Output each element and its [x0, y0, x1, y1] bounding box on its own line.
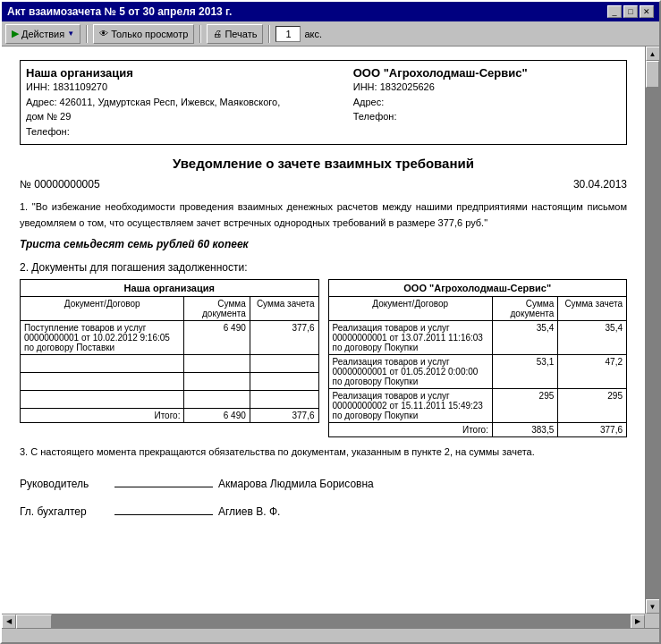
clause1: 1. "Во избежание необходимости проведени…	[20, 199, 627, 231]
their-phone-label: Телефон:	[353, 111, 397, 122]
scroll-left-button[interactable]: ◀	[2, 614, 16, 629]
their-row-sum-z: 47,2	[558, 355, 627, 389]
their-row-sum-z: 295	[558, 389, 627, 423]
their-total-row: Итого: 383,5 377,6	[328, 423, 627, 437]
our-org-table-section: Наша организация Документ/Договор Сумма …	[20, 279, 319, 437]
scroll-up-button[interactable]: ▲	[646, 47, 660, 61]
doc-number: № 00000000005	[20, 178, 100, 191]
sig2-name: Аглиев В. Ф.	[218, 505, 280, 518]
their-org-phone: Телефон:	[353, 109, 621, 124]
their-table-title: ООО "Агрохолодмаш-Сервис"	[328, 279, 628, 296]
table-row-empty	[21, 355, 319, 373]
scroll-thumb-h[interactable]	[16, 614, 52, 629]
their-row-doc: Реализация товаров и услуг 00000000001 о…	[328, 321, 492, 355]
doc-title: Уведомление о зачете взаимных требований	[20, 156, 627, 171]
tables-row: Наша организация Документ/Договор Сумма …	[20, 279, 627, 437]
scroll-right-button[interactable]: ▶	[631, 614, 645, 629]
their-org-table: Документ/Договор Сумма документа Сумма з…	[328, 296, 628, 437]
our-org-phone: Телефон:	[26, 124, 293, 140]
their-col-doc-header: Документ/Договор	[328, 297, 492, 321]
scroll-thumb-v[interactable]	[646, 61, 659, 88]
their-table-header: Документ/Договор Сумма документа Сумма з…	[328, 297, 627, 321]
hscroll-row: ◀ ▶	[2, 614, 659, 628]
our-row-sum-z: 377,6	[250, 321, 318, 355]
clause1-number: 1.	[20, 201, 32, 212]
doc-header: Наша организация ИНН: 1831109270 Адрес: …	[20, 60, 627, 145]
their-org-name: ООО "Агрохолодмаш-Сервис"	[353, 66, 621, 80]
their-row-doc: Реализация товаров и услуг 00000000001 о…	[328, 355, 492, 389]
separator2	[199, 25, 201, 43]
scroll-corner	[645, 614, 659, 628]
our-org-name: Наша организация	[26, 66, 293, 80]
dropdown-arrow-icon: ▼	[67, 30, 74, 38]
our-col-doc-header: Документ/Договор	[21, 297, 184, 321]
their-org-inn: ИНН: 1832025626	[353, 80, 621, 95]
their-inn-value: 1832025626	[380, 81, 435, 92]
their-org-address: Адрес:	[353, 95, 621, 110]
our-org-inn: ИНН: 1831109270	[26, 80, 293, 95]
minimize-button[interactable]: _	[607, 5, 622, 18]
actions-label: Действия	[21, 29, 64, 39]
actions-button[interactable]: ▶ Действия ▼	[5, 24, 81, 44]
our-col-sum-z-header: Сумма зачета	[250, 297, 318, 321]
eye-icon: 👁	[99, 29, 108, 38]
scroll-track-v[interactable]	[646, 61, 659, 599]
clause3: 3. С настоящего момента прекращаются обя…	[20, 446, 627, 457]
window-title: Акт взаимозачета № 5 от 30 апреля 2013 г…	[7, 5, 232, 18]
our-phone-label: Телефон:	[26, 126, 70, 137]
their-org-table-section: ООО "Агрохолодмаш-Сервис" Документ/Догов…	[328, 279, 628, 437]
scroll-down-button[interactable]: ▼	[646, 599, 660, 614]
sig-row-1: Руководитель Акмарова Людмила Борисовна	[20, 475, 627, 490]
our-inn-value: 1831109270	[53, 81, 107, 92]
our-row-doc: Поступление товаров и услуг 00000000001 …	[21, 321, 184, 355]
our-address-label: Адрес:	[26, 97, 57, 107]
horizontal-scrollbar[interactable]: ◀ ▶	[2, 614, 645, 628]
window-controls: _ □ ✕	[607, 5, 654, 18]
separator3	[268, 25, 270, 43]
our-total-doc: 6 490	[184, 409, 250, 423]
our-org-address: Адрес: 426011, Удмуртская Респ, Ижевск, …	[26, 95, 293, 124]
close-button[interactable]: ✕	[640, 5, 654, 18]
our-org-section: Наша организация ИНН: 1831109270 Адрес: …	[26, 66, 293, 139]
main-window: Акт взаимозачета № 5 от 30 апреля 2013 г…	[0, 0, 661, 644]
table-row-empty	[21, 373, 319, 391]
separator1	[86, 25, 88, 43]
their-row-sum-doc: 295	[492, 389, 557, 423]
their-row-sum-z: 35,4	[558, 321, 627, 355]
doc-date: 30.04.2013	[573, 178, 627, 191]
our-total-z: 377,6	[250, 409, 318, 423]
view-only-label: Только просмотр	[111, 29, 188, 39]
sig1-line	[114, 475, 213, 487]
page-suffix: акс.	[304, 29, 322, 39]
print-label: Печать	[225, 29, 257, 39]
their-total-z: 377,6	[558, 423, 627, 437]
our-table-title: Наша организация	[20, 279, 319, 296]
vertical-scrollbar[interactable]: ▲ ▼	[645, 47, 659, 614]
our-inn-label: ИНН:	[26, 81, 50, 92]
amount-words: Триста семьдесят семь рублей 60 копеек	[20, 238, 627, 250]
our-col-sum-doc-header: Сумма документа	[184, 297, 250, 321]
play-icon: ▶	[12, 28, 19, 39]
restore-button[interactable]: □	[623, 5, 638, 18]
clause1-text: "Во избежание необходимости проведения в…	[20, 201, 627, 228]
their-total-doc: 383,5	[492, 423, 557, 437]
their-row-sum-doc: 53,1	[492, 355, 557, 389]
signatures: Руководитель Акмарова Людмила Борисовна …	[20, 475, 627, 518]
their-row-sum-doc: 35,4	[492, 321, 557, 355]
page-number-input[interactable]	[275, 26, 301, 42]
their-address-label: Адрес:	[353, 97, 385, 107]
table-row: Реализация товаров и услуг 00000000002 о…	[328, 389, 627, 423]
their-total-label: Итого:	[328, 423, 492, 437]
their-col-sum-z-header: Сумма зачета	[558, 297, 627, 321]
toolbar: ▶ Действия ▼ 👁 Только просмотр 🖨 Печать …	[2, 21, 659, 47]
sig2-line	[114, 503, 213, 515]
their-inn-label: ИНН:	[353, 81, 377, 92]
printer-icon: 🖨	[213, 29, 222, 38]
our-table-header: Документ/Договор Сумма документа Сумма з…	[21, 297, 319, 321]
view-only-button[interactable]: 👁 Только просмотр	[93, 24, 194, 44]
print-button[interactable]: 🖨 Печать	[207, 24, 263, 44]
our-row-sum-doc: 6 490	[184, 321, 250, 355]
table-row-empty	[21, 391, 319, 409]
status-bar	[2, 628, 659, 642]
table-row: Поступление товаров и услуг 00000000001 …	[21, 321, 319, 355]
